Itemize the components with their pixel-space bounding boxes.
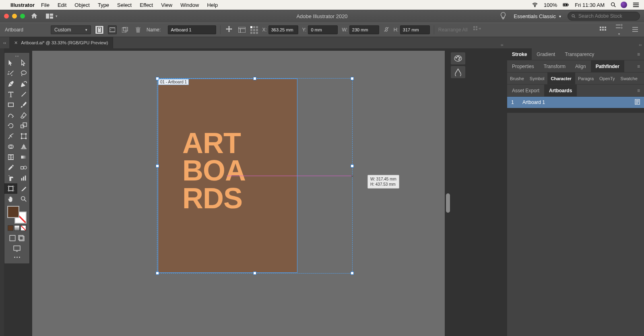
edit-toolbar-button[interactable] (14, 254, 20, 260)
minimize-window-button[interactable] (12, 14, 17, 19)
link-wh-toggle[interactable] (383, 26, 390, 34)
tab-symbols[interactable]: Symbol (527, 73, 547, 84)
close-document-icon[interactable]: ✕ (14, 40, 18, 46)
gradient-mode-button[interactable] (14, 225, 20, 231)
rotate-tool[interactable] (4, 120, 17, 131)
resize-handle-ml[interactable] (156, 164, 159, 168)
tab-swatches[interactable]: Swatche (618, 73, 640, 84)
canvas[interactable]: 01 - Artboard 1 ART BOA RDS ✕ W: 317.45 … (32, 51, 445, 336)
scale-tool[interactable] (17, 120, 30, 131)
type-tool[interactable] (4, 89, 17, 100)
rearrange-options-icon[interactable] (473, 26, 481, 34)
menu-effect[interactable]: Effect (140, 2, 153, 8)
tab-pathfinder[interactable]: Pathfinder (591, 60, 624, 72)
panel-menu-1[interactable]: ≡ (633, 52, 644, 57)
menu-view[interactable]: View (161, 2, 172, 8)
tab-transform[interactable]: Transform (539, 60, 570, 72)
color-guide-panel-button[interactable] (451, 66, 465, 78)
tab-properties[interactable]: Properties (507, 60, 539, 72)
magic-wand-tool[interactable] (4, 68, 17, 79)
vertical-scrollbar-thumb[interactable] (446, 193, 450, 213)
clock[interactable]: Fri 11:30 AM (575, 2, 605, 8)
blend-tool[interactable] (17, 162, 30, 173)
artboard-name-input[interactable] (168, 25, 216, 34)
shaper-tool[interactable] (4, 110, 17, 120)
draw-behind-mode[interactable] (17, 234, 25, 242)
eyedropper-tool[interactable] (4, 162, 17, 173)
perspective-grid-tool[interactable] (17, 141, 30, 152)
app-name-menu[interactable]: Illustrator (10, 2, 35, 8)
adobe-stock-search[interactable]: Search Adobe Stock (568, 12, 640, 21)
tab-stroke[interactable]: Stroke (507, 48, 532, 60)
artboard-list-item[interactable]: 1 Artboard 1 (507, 97, 644, 108)
paintbrush-tool[interactable] (17, 100, 30, 110)
screen-mode-button[interactable] (13, 245, 21, 253)
width-tool[interactable] (4, 131, 17, 141)
wifi-icon[interactable] (532, 2, 538, 8)
lasso-tool[interactable] (17, 68, 30, 79)
y-input[interactable]: 0 mm (308, 25, 338, 34)
preferences-icon[interactable]: ▾ (615, 24, 623, 36)
symbol-sprayer-tool[interactable] (4, 173, 17, 183)
menu-object[interactable]: Object (74, 2, 90, 8)
none-mode-button[interactable] (21, 225, 26, 231)
expand-panels-left-icon[interactable]: ‹‹ (0, 40, 9, 45)
resize-handle-bl[interactable] (156, 272, 159, 275)
rectangle-tool[interactable] (4, 100, 17, 110)
slice-tool[interactable] (17, 183, 30, 194)
mesh-tool[interactable] (4, 152, 17, 162)
resize-handle-br[interactable] (351, 272, 354, 275)
delete-artboard-button[interactable] (134, 25, 142, 34)
document-tab[interactable]: ✕ Artboard.ai* @ 33.33% (RGB/GPU Preview… (9, 37, 113, 48)
resize-handle-tr[interactable] (351, 77, 354, 80)
control-menu-icon[interactable] (631, 27, 639, 33)
column-graph-tool[interactable] (17, 173, 30, 183)
tab-gradient[interactable]: Gradient (532, 48, 560, 60)
menu-select[interactable]: Select (117, 2, 132, 8)
artboard-tool[interactable] (4, 183, 17, 194)
direct-selection-tool[interactable] (17, 58, 30, 68)
menu-file[interactable]: File (41, 2, 50, 8)
selection-tool[interactable] (4, 58, 17, 68)
reference-point-selector[interactable] (250, 26, 258, 34)
menu-type[interactable]: Type (98, 2, 109, 8)
shape-builder-tool[interactable] (4, 141, 17, 152)
close-window-button[interactable] (4, 14, 9, 19)
tab-opentype[interactable]: OpenTy (597, 73, 618, 84)
resize-handle-bm[interactable] (253, 272, 256, 275)
hand-tool[interactable] (4, 194, 17, 204)
discover-button[interactable] (500, 12, 506, 21)
tab-transparency[interactable]: Transparency (560, 48, 599, 60)
w-input[interactable]: 230 mm (349, 25, 379, 34)
portrait-orientation-button[interactable] (95, 25, 104, 34)
control-center-icon[interactable] (633, 2, 639, 8)
collapse-panels-icon[interactable]: ›› (639, 43, 642, 47)
resize-handle-tm[interactable] (253, 77, 256, 80)
panel-menu-4[interactable]: ≡ (633, 88, 644, 93)
menu-edit[interactable]: Edit (58, 2, 66, 8)
eraser-tool[interactable] (17, 110, 30, 120)
tab-character[interactable]: Character (547, 73, 575, 84)
x-input[interactable]: 363.25 mm (268, 25, 298, 34)
zoom-tool[interactable] (17, 194, 30, 204)
h-input[interactable]: 317 mm (400, 25, 430, 34)
color-mode-button[interactable] (8, 225, 13, 231)
artboard-options-button[interactable] (237, 25, 246, 34)
artboard-options-icon[interactable] (635, 99, 640, 106)
fill-stroke-indicator[interactable] (7, 206, 27, 224)
tab-brushes[interactable]: Brushe (507, 73, 527, 84)
tab-align[interactable]: Align (570, 60, 591, 72)
rearrange-all-button[interactable]: Rearrange All (438, 27, 468, 33)
new-artboard-button[interactable] (121, 25, 130, 34)
arrange-documents-dropdown[interactable]: ▾ (43, 12, 60, 21)
resize-handle-mr[interactable] (351, 164, 354, 168)
toolbox-grip[interactable] (4, 54, 29, 58)
expand-panels-right-icon[interactable]: ‹‹ (501, 43, 504, 47)
zoom-window-button[interactable] (20, 14, 25, 19)
tab-artboards[interactable]: Artboards (544, 85, 577, 96)
preset-dropdown[interactable]: Custom ▾ (51, 25, 91, 34)
color-panel-button[interactable] (451, 52, 465, 64)
menu-help[interactable]: Help (207, 2, 218, 8)
free-transform-tool[interactable] (17, 131, 30, 141)
menu-window[interactable]: Window (180, 2, 199, 8)
